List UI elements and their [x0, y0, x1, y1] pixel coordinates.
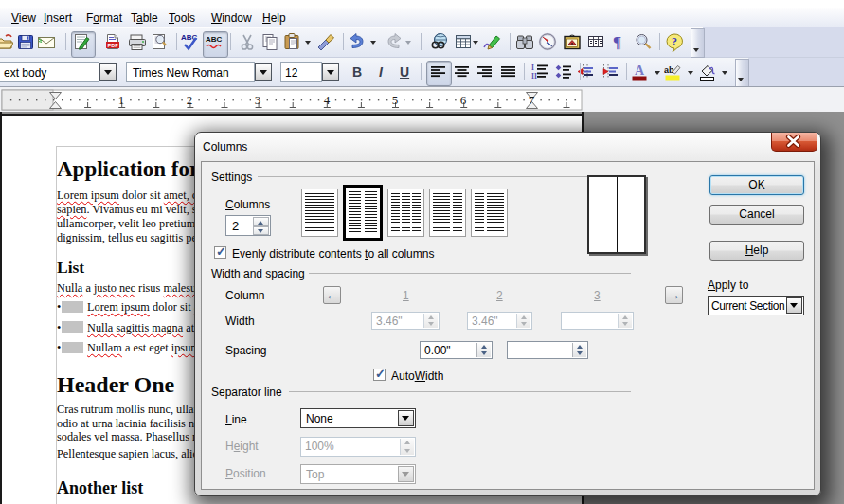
- svg-text:5: 5: [392, 93, 399, 107]
- svg-text:A: A: [635, 63, 645, 78]
- svg-text:¶: ¶: [613, 33, 621, 51]
- svg-text:ABC: ABC: [206, 35, 223, 44]
- svg-text:II: II: [531, 72, 537, 80]
- svg-text:3: 3: [255, 93, 261, 107]
- svg-text:ab: ab: [664, 65, 674, 75]
- svg-text:1: 1: [118, 93, 125, 107]
- svg-text:4: 4: [324, 93, 331, 107]
- svg-text:6: 6: [460, 93, 467, 107]
- svg-text:2: 2: [187, 93, 193, 107]
- svg-text:I: I: [531, 63, 534, 72]
- svg-text:PDF: PDF: [108, 43, 119, 48]
- svg-text:7: 7: [529, 93, 535, 107]
- svg-text:?: ?: [672, 35, 677, 48]
